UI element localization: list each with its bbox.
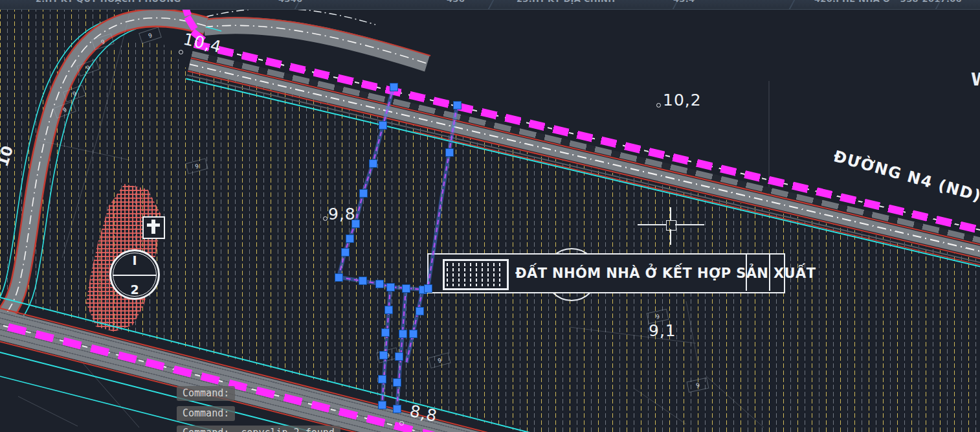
grip-handle[interactable] xyxy=(381,328,390,337)
grip-handle[interactable] xyxy=(445,148,454,157)
command-prompt-line[interactable]: Command: copyclip 2 found xyxy=(177,426,340,432)
grip-handle[interactable] xyxy=(379,121,387,130)
grip-handle[interactable] xyxy=(378,401,386,409)
tab-separator xyxy=(787,0,796,10)
grip-handle[interactable] xyxy=(390,83,398,91)
grip-handle[interactable] xyxy=(378,375,386,383)
drawing-tab-bar[interactable]: 2.HT-KT QUY HOẠCH PHƯỜNG454645623.HT-KT … xyxy=(0,0,980,10)
drawing-tab-4[interactable]: 45.4 xyxy=(673,0,695,4)
drawing-tab-3[interactable]: 23.HT-KT ĐỊA CHÍNH xyxy=(517,0,615,4)
drawing-tab-0[interactable]: 2.HT-KT QUY HOẠCH PHƯỜNG xyxy=(36,0,181,4)
grip-handle[interactable] xyxy=(379,351,388,359)
grip-handle[interactable] xyxy=(341,248,350,256)
pickbox xyxy=(666,220,676,231)
grip-handle[interactable] xyxy=(369,159,377,168)
command-prompt-line[interactable]: Command: xyxy=(177,386,235,401)
grip-handle[interactable] xyxy=(375,280,384,288)
grip-handle[interactable] xyxy=(346,234,354,243)
grip-handle[interactable] xyxy=(453,101,462,109)
grip-handle[interactable] xyxy=(351,220,360,228)
grip-handle[interactable] xyxy=(335,273,343,282)
grip-handle[interactable] xyxy=(359,189,368,198)
grip-handle[interactable] xyxy=(399,330,407,338)
selected-parcel-polyline[interactable] xyxy=(0,0,980,432)
grip-handle[interactable] xyxy=(409,330,418,338)
grip-handle[interactable] xyxy=(424,284,432,293)
grip-handle[interactable] xyxy=(386,283,395,291)
grip-handle[interactable] xyxy=(416,307,424,315)
grip-handle[interactable] xyxy=(359,277,367,285)
drawing-tab-2[interactable]: 456 xyxy=(447,0,465,4)
command-prompt-line[interactable]: Command: xyxy=(177,406,235,421)
grip-handle[interactable] xyxy=(395,352,403,361)
grip-handle[interactable] xyxy=(384,306,393,314)
tab-separator xyxy=(486,0,495,10)
grip-handle[interactable] xyxy=(402,284,410,293)
drawing-tab-5[interactable]: 420.PHÊ NHÀ Ở - 358-2017.06 xyxy=(814,0,962,4)
grip-handle[interactable] xyxy=(393,405,401,413)
grip-handle[interactable] xyxy=(393,378,401,387)
drawing-tab-1[interactable]: 4546 xyxy=(278,0,302,4)
autocad-viewport: { "tabs": { "labels": [ {"text": "2.HT-K… xyxy=(0,0,980,432)
